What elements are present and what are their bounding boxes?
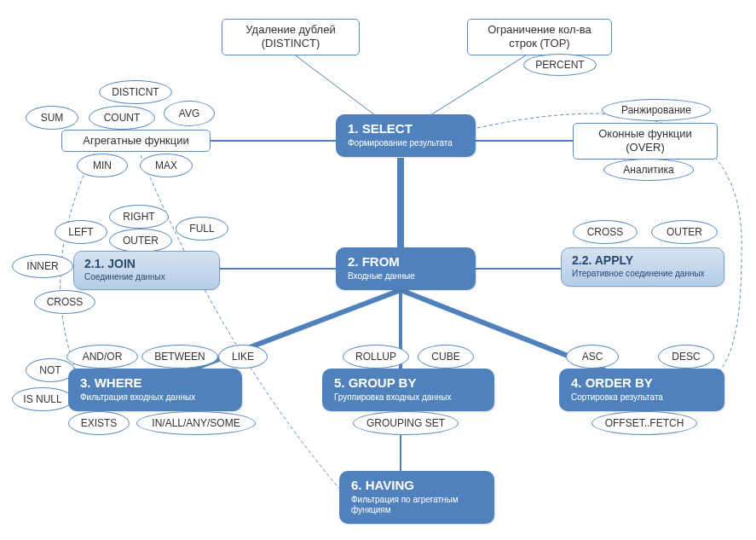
title: 2. FROM bbox=[348, 254, 464, 270]
subtitle: Соединение данных bbox=[84, 272, 209, 282]
node-join: 2.1. JOIN Соединение данных bbox=[73, 251, 220, 290]
node-avg: AVG bbox=[164, 101, 215, 126]
subtitle: Фильтрация входных данных bbox=[80, 392, 230, 403]
node-count: COUNT bbox=[89, 106, 155, 130]
node-top: Ограничение кол-ва строк (TOP) bbox=[467, 19, 612, 55]
node-window-functions: Оконные функции (OVER) bbox=[573, 123, 718, 160]
title: 3. WHERE bbox=[80, 375, 230, 391]
subtitle: Итеративное соединение данных bbox=[572, 269, 713, 279]
title: 5. GROUP BY bbox=[334, 375, 482, 391]
node-left: LEFT bbox=[55, 220, 107, 244]
svg-line-9 bbox=[430, 54, 528, 115]
label: Ограничение кол-ва строк (TOP) bbox=[478, 23, 601, 51]
subtitle: Фильтрация по агрегатным функциям bbox=[351, 495, 482, 515]
node-where: 3. WHERE Фильтрация входных данных bbox=[68, 369, 242, 411]
node-groupby: 5. GROUP BY Группировка входных данных bbox=[322, 369, 494, 411]
node-orderby: 4. ORDER BY Сортировка результата bbox=[559, 369, 724, 411]
node-from: 2. FROM Входные данные bbox=[336, 247, 476, 290]
title: 4. ORDER BY bbox=[571, 375, 713, 391]
node-inner: INNER bbox=[12, 254, 73, 278]
node-aggregate-functions: Агрегатные функции bbox=[61, 130, 211, 152]
node-having: 6. HAVING Фильтрация по агрегатным функц… bbox=[339, 471, 494, 524]
node-asc: ASC bbox=[566, 345, 619, 369]
subtitle: Входные данные bbox=[348, 271, 464, 282]
node-cube: CUBE bbox=[418, 345, 474, 369]
node-groupingset: GROUPING SET bbox=[353, 411, 459, 435]
node-distinct: Удаление дублей (DISTINCT) bbox=[222, 19, 360, 55]
node-sum: SUM bbox=[26, 106, 78, 130]
node-outer-apply: OUTER bbox=[651, 220, 718, 244]
title: 2.2. APPLY bbox=[572, 253, 713, 268]
label: Удаление дублей (DISTINCT) bbox=[233, 23, 349, 51]
node-rollup: ROLLUP bbox=[343, 345, 409, 369]
node-apply: 2.2. APPLY Итеративное соединение данных bbox=[561, 247, 724, 287]
node-analytics: Аналитика bbox=[603, 159, 694, 181]
node-disticnt: DISTICNT bbox=[99, 80, 172, 104]
node-right: RIGHT bbox=[109, 205, 169, 229]
node-cross-apply: CROSS bbox=[573, 220, 638, 244]
node-inall: IN/ALL/ANY/SOME bbox=[136, 411, 256, 435]
node-outer-join: OUTER bbox=[109, 229, 172, 253]
title: 6. HAVING bbox=[351, 478, 482, 493]
node-between: BETWEEN bbox=[141, 345, 218, 369]
node-like: LIKE bbox=[218, 345, 268, 369]
node-full: FULL bbox=[176, 217, 228, 241]
subtitle: Группировка входных данных bbox=[334, 392, 482, 403]
node-andor: AND/OR bbox=[66, 345, 138, 369]
node-percent: PERCENT bbox=[523, 54, 597, 76]
title: 1. SELECT bbox=[348, 121, 464, 136]
node-max: MAX bbox=[140, 154, 193, 177]
node-exists: EXISTS bbox=[68, 411, 130, 435]
node-cross-join: CROSS bbox=[34, 290, 95, 314]
node-isnull: IS NULL bbox=[12, 387, 73, 411]
subtitle: Формирование результата bbox=[348, 138, 464, 148]
node-ranking: Ранжирование bbox=[602, 99, 711, 121]
node-offsetfetch: OFFSET..FETCH bbox=[592, 411, 697, 435]
subtitle: Сортировка результата bbox=[571, 392, 713, 403]
svg-line-8 bbox=[290, 51, 375, 115]
node-min: MIN bbox=[77, 154, 128, 177]
node-select: 1. SELECT Формирование результата bbox=[336, 114, 476, 157]
title: 2.1. JOIN bbox=[84, 257, 209, 271]
node-desc: DESC bbox=[658, 345, 714, 369]
